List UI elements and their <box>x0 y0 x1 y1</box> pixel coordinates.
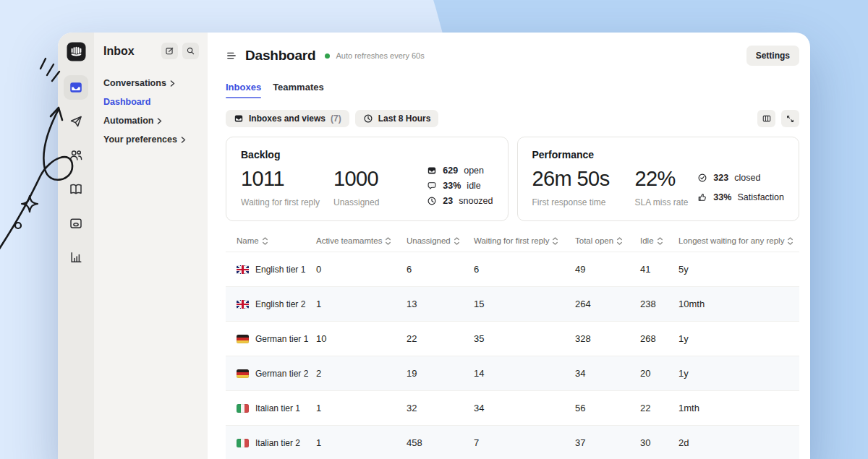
cell-unassigned: 19 <box>407 368 474 379</box>
cell-unassigned: 32 <box>407 403 474 413</box>
rail-item-outbound[interactable] <box>64 109 88 134</box>
column-header-active-teammates[interactable]: Active teamamtes <box>316 236 407 245</box>
open-stat: 629 open <box>427 166 493 176</box>
paper-plane-icon <box>69 114 83 129</box>
compose-icon <box>165 46 174 56</box>
cell-active-teammates: 1 <box>316 299 407 309</box>
cell-longest-waiting: 1mth <box>678 403 799 413</box>
performance-card: Performance 26m 50s First response time … <box>517 137 800 221</box>
flag-icon <box>237 265 249 274</box>
filter-label: Last 8 Hours <box>378 113 431 124</box>
chat-icon <box>427 181 437 191</box>
chevron-right-icon <box>170 80 175 87</box>
cell-longest-waiting: 2d <box>678 437 799 448</box>
panel-title: Inbox <box>103 45 157 58</box>
inbox-nav-panel: Inbox Conversations Dashboard <box>94 33 208 459</box>
column-header-name[interactable]: Name <box>237 236 316 245</box>
cell-total-open: 56 <box>575 403 640 413</box>
sla-miss-rate-stat: 22% SLA miss rate <box>635 167 689 207</box>
rail-item-knowledge[interactable] <box>64 177 88 202</box>
rail-item-tickets[interactable] <box>64 211 88 236</box>
table-row[interactable]: English tier 1 0 6 6 49 41 5y <box>226 252 799 286</box>
nav-item-dashboard[interactable]: Dashboard <box>103 93 199 111</box>
columns-icon <box>762 113 772 124</box>
cell-idle: 30 <box>640 437 678 448</box>
rail-item-reports[interactable] <box>64 245 88 270</box>
cell-waiting-first-reply: 15 <box>474 299 575 309</box>
chevron-right-icon <box>157 118 162 124</box>
refresh-status: Auto refreshes every 60s <box>336 51 424 60</box>
flag-icon <box>237 335 249 343</box>
columns-button[interactable] <box>757 110 775 127</box>
stat-value: 629 <box>443 166 458 176</box>
search-button[interactable] <box>182 43 199 59</box>
cell-active-teammates: 10 <box>316 333 407 344</box>
people-icon <box>69 148 83 163</box>
rail-item-inbox[interactable] <box>64 75 88 100</box>
nav-item-label: Automation <box>103 116 153 126</box>
cell-waiting-first-reply: 34 <box>474 403 575 413</box>
inboxes-and-views-filter[interactable]: Inboxes and views (7) <box>226 110 349 127</box>
table-header: Name Active teamamtes Unassigned Waiting… <box>226 228 799 252</box>
sort-icon <box>454 237 460 245</box>
cell-total-open: 37 <box>575 437 640 448</box>
intercom-logo[interactable] <box>67 42 86 61</box>
stat-value: 33% <box>443 181 461 191</box>
table-row[interactable]: German tier 2 2 19 14 34 20 1y <box>226 356 799 390</box>
stat-value: 26m 50s <box>532 167 635 191</box>
page-title: Dashboard <box>245 48 315 64</box>
cell-unassigned: 458 <box>407 437 474 448</box>
rail-item-contacts[interactable] <box>64 143 88 168</box>
flag-icon <box>237 369 249 378</box>
stat-label: Satisfaction <box>737 192 784 202</box>
time-range-filter[interactable]: Last 8 Hours <box>355 110 439 127</box>
nav-item-conversations[interactable]: Conversations <box>103 74 199 93</box>
cell-waiting-first-reply: 14 <box>474 368 575 379</box>
thumbs-up-icon <box>697 192 707 202</box>
stat-label: First response time <box>532 197 635 207</box>
column-header-waiting-first-reply[interactable]: Waiting for first reply <box>474 236 575 245</box>
summary-cards: Backlog 1011 Waiting for first reply 100… <box>226 137 799 221</box>
compose-button[interactable] <box>161 43 178 59</box>
column-header-idle[interactable]: Idle <box>640 236 678 245</box>
cell-idle: 41 <box>640 264 678 275</box>
stat-value: 23 <box>443 196 453 206</box>
cell-waiting-first-reply: 7 <box>474 437 575 448</box>
inbox-name: Italian tier 1 <box>255 403 300 413</box>
inbox-name: German tier 2 <box>255 369 308 379</box>
sort-icon <box>385 237 391 245</box>
settings-button[interactable]: Settings <box>746 46 799 66</box>
nav-item-automation[interactable]: Automation <box>103 111 199 130</box>
nav-item-label: Conversations <box>103 78 166 88</box>
column-header-longest-waiting[interactable]: Longest waiting for any reply <box>678 236 799 245</box>
cell-unassigned: 6 <box>407 264 474 275</box>
unassigned-stat: 1000 Unassigned <box>333 167 379 207</box>
sort-icon <box>787 237 793 245</box>
sort-icon <box>616 237 623 245</box>
cell-active-teammates: 2 <box>316 368 407 379</box>
icon-rail <box>58 33 94 459</box>
tab-inboxes[interactable]: Inboxes <box>226 82 261 97</box>
table-row[interactable]: English tier 2 1 13 15 264 238 10mth <box>226 286 799 321</box>
expand-button[interactable] <box>781 110 799 127</box>
cell-idle: 20 <box>640 368 678 379</box>
column-header-total-open[interactable]: Total open <box>575 236 640 245</box>
cell-total-open: 34 <box>575 368 640 379</box>
cell-active-teammates: 1 <box>316 403 407 413</box>
cell-longest-waiting: 5y <box>678 264 799 275</box>
inbox-name: English tier 1 <box>255 265 305 275</box>
stat-value: 22% <box>635 167 689 191</box>
collapse-sidebar-button[interactable] <box>226 50 237 61</box>
dashboard-tabs: Inboxes Teammates <box>226 82 799 97</box>
stat-label: SLA miss rate <box>635 197 689 207</box>
table-row[interactable]: Italian tier 1 1 32 34 56 22 1mth <box>226 390 799 425</box>
table-row[interactable]: German tier 1 10 22 35 328 268 1y <box>226 321 799 356</box>
stat-label: open <box>464 166 484 176</box>
check-circle-icon <box>697 173 707 183</box>
column-header-unassigned[interactable]: Unassigned <box>407 236 474 245</box>
flag-icon <box>237 300 249 309</box>
nav-item-your-preferences[interactable]: Your preferences <box>103 130 199 149</box>
table-row[interactable]: Italian tier 2 1 458 7 37 30 2d <box>226 425 799 459</box>
sort-icon <box>552 237 558 245</box>
tab-teammates[interactable]: Teammates <box>273 82 324 97</box>
